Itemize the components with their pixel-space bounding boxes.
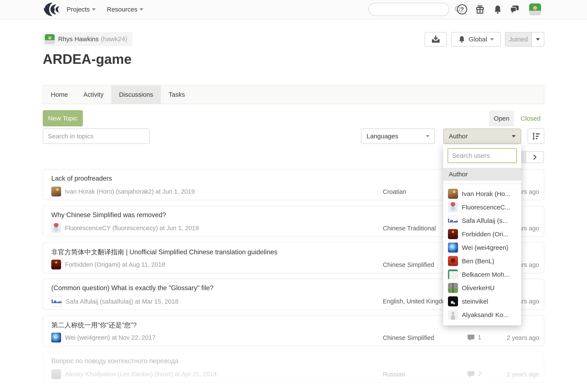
discussion-language: Chinese Simplified xyxy=(383,334,434,342)
app-logo-icon[interactable] xyxy=(43,1,64,18)
tab-discussions[interactable]: Discussions xyxy=(111,86,161,104)
chevron-right-icon xyxy=(532,154,537,160)
user-avatar xyxy=(448,216,458,226)
author-label: Author xyxy=(449,132,468,140)
global-label: Global xyxy=(469,36,487,43)
user-avatar xyxy=(448,296,458,306)
discussion-language: English, United Kingdom xyxy=(383,298,451,305)
owner-handle: (hawk24) xyxy=(101,36,127,43)
discussion-card[interactable]: Вопрос по поводу контекстного перевода A… xyxy=(43,352,544,383)
author-option[interactable]: Wei (wei4green) xyxy=(443,241,521,254)
author-option[interactable]: FluorescenceC... xyxy=(443,200,521,214)
chevron-down-icon xyxy=(512,135,516,138)
messages-icon[interactable] xyxy=(509,4,520,14)
discussion-author-date: Ivan Horak (Horo) (sanjahorak2) at Jun 1… xyxy=(65,188,195,195)
global-search-input[interactable] xyxy=(369,6,454,13)
author-search-input[interactable] xyxy=(447,148,517,163)
pagination-next-button[interactable] xyxy=(526,152,544,163)
joined-button[interactable]: Joined xyxy=(505,32,531,46)
notifications-bell-icon[interactable] xyxy=(492,4,503,14)
author-avatar xyxy=(51,333,61,342)
discussion-language: Chinese Simplified xyxy=(383,261,434,268)
user-name: Ben (BenL) xyxy=(462,258,494,265)
discussion-byline: Forbidden (Origami) at Aug 11, 2018 xyxy=(51,260,165,270)
chevron-down-icon xyxy=(490,38,494,40)
project-tabbar: Home Activity Discussions Tasks xyxy=(43,85,544,104)
user-avatar xyxy=(448,242,458,252)
author-user-list: Ivan Horak (Ho... FluorescenceC... Safa … xyxy=(443,184,521,322)
new-topic-button[interactable]: New Topic xyxy=(43,110,83,126)
author-avatar xyxy=(51,369,61,379)
discussion-language: Russian xyxy=(383,371,405,378)
discussion-author-date: Alexey Khudyakov (Lex Backer) (ltsnxt) a… xyxy=(65,371,217,378)
discussion-title[interactable]: Вопрос по поводу контекстного перевода xyxy=(51,357,178,365)
author-option[interactable]: OliverkeHU xyxy=(443,281,521,295)
user-name: Belkacem Moh... xyxy=(462,271,509,278)
gift-icon[interactable] xyxy=(475,4,485,14)
author-avatar xyxy=(51,296,62,307)
user-avatar xyxy=(448,270,458,280)
chevron-down-icon xyxy=(140,8,143,11)
global-search xyxy=(368,3,449,16)
sort-icon xyxy=(531,132,540,141)
user-avatar xyxy=(448,189,458,199)
author-option[interactable]: Ivan Horak (Ho... xyxy=(443,187,521,200)
author-avatar xyxy=(51,186,61,196)
comment-icon xyxy=(467,371,475,378)
discussion-title[interactable]: 第二人称统一用“你”还是“您”? xyxy=(51,321,137,330)
discussion-byline: Safa Alfulaij (safaalfulaij) at Mar 15, … xyxy=(51,296,178,307)
owner-name: Rhys Hawkins xyxy=(58,36,99,43)
user-avatar xyxy=(448,310,458,320)
sort-button[interactable] xyxy=(528,128,544,144)
languages-dropdown[interactable]: Languages xyxy=(361,128,435,144)
discussion-title[interactable]: Lack of proofreaders xyxy=(51,175,112,182)
comment-icon xyxy=(467,334,475,341)
project-owner-chip[interactable]: Rhys Hawkins (hawk24) xyxy=(43,32,133,46)
languages-label: Languages xyxy=(367,132,398,140)
tab-activity[interactable]: Activity xyxy=(76,86,111,104)
tab-tasks[interactable]: Tasks xyxy=(161,86,193,104)
download-button[interactable] xyxy=(425,32,447,46)
author-option[interactable]: steinvikel xyxy=(443,295,521,308)
author-option[interactable]: Belkacem Moh... xyxy=(443,268,521,281)
nav-projects-label: Projects xyxy=(67,6,90,13)
global-notifications-button[interactable]: Global xyxy=(451,32,501,46)
user-name: OliverkeHU xyxy=(462,284,494,292)
nav-resources-label: Resources xyxy=(107,6,137,13)
filter-closed[interactable]: Closed xyxy=(520,110,540,126)
tab-tasks-label: Tasks xyxy=(169,91,185,98)
discussion-title[interactable]: 非官方简体中文翻译指南 | Unofficial Simplified Chin… xyxy=(51,248,277,257)
joined-split-button: Joined xyxy=(505,32,544,46)
discussion-byline: Alexey Khudyakov (Lex Backer) (ltsnxt) a… xyxy=(51,369,217,379)
discussion-title[interactable]: (Common question) What is exactly the "G… xyxy=(51,284,213,292)
help-icon[interactable]: ? xyxy=(457,4,467,14)
chevron-down-icon xyxy=(426,135,429,137)
discussion-author-date: FluorescenceCY (fluorescencecy) at Jun 1… xyxy=(65,224,199,232)
user-name: Wei (wei4green) xyxy=(462,244,508,251)
discussion-byline: Ivan Horak (Horo) (sanjahorak2) at Jun 1… xyxy=(51,186,195,196)
filter-open[interactable]: Open xyxy=(489,110,514,126)
top-navbar: Projects Resources ? xyxy=(0,0,587,19)
owner-avatar xyxy=(45,34,55,44)
author-option[interactable]: Ben (BenL) xyxy=(443,254,521,268)
nav-resources-menu[interactable]: Resources xyxy=(107,0,143,19)
chevron-down-icon xyxy=(536,38,540,40)
user-avatar xyxy=(448,256,458,266)
filter-open-label: Open xyxy=(494,115,509,122)
user-name: Forbidden (Ori... xyxy=(462,230,508,238)
search-topics-input[interactable] xyxy=(43,128,150,144)
author-dropdown-header[interactable]: Author xyxy=(443,168,521,181)
discussion-language: Chinese Traditional xyxy=(383,225,436,232)
author-dropdown-button[interactable]: Author xyxy=(443,128,521,144)
author-option[interactable]: Alyaksandr Ko... xyxy=(443,308,521,322)
comment-count: 2 xyxy=(478,370,481,378)
nav-projects-menu[interactable]: Projects xyxy=(67,0,96,19)
help-glyph: ? xyxy=(460,6,464,13)
joined-menu-button[interactable] xyxy=(531,32,544,46)
author-option[interactable]: Forbidden (Ori... xyxy=(443,228,521,241)
discussion-title[interactable]: Why Chinese Simplified was removed? xyxy=(51,211,166,219)
tab-home[interactable]: Home xyxy=(43,86,76,104)
user-avatar[interactable] xyxy=(529,4,541,15)
author-option[interactable]: Safa Alfulaij (s... xyxy=(443,214,521,228)
discussion-byline: Wei (wei4green) at Nov 22, 2017 xyxy=(51,333,155,342)
